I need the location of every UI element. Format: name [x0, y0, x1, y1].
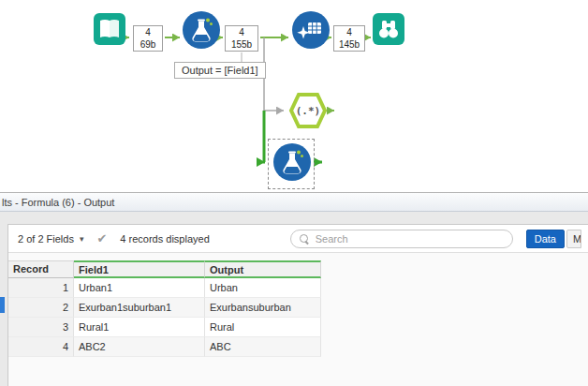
column-header-output[interactable]: Output — [205, 260, 321, 278]
tool-annotation[interactable]: Output = [Field1] — [174, 62, 266, 79]
search-box[interactable] — [290, 230, 513, 248]
badge-count: 4 — [136, 26, 160, 38]
formula-tool-2-selected[interactable] — [268, 139, 315, 189]
row-selection-indicator[interactable] — [0, 297, 5, 313]
apply-check-icon[interactable]: ✔ — [96, 231, 107, 245]
fields-dropdown[interactable]: 2 of 2 Fields ▾ — [18, 233, 83, 245]
field1-cell[interactable]: Urban1 — [74, 278, 205, 298]
flask-icon — [273, 143, 311, 181]
browse-tool[interactable] — [373, 13, 404, 45]
results-content: 2 of 2 Fields ▾ ✔ 4 records displayed Da… — [7, 224, 588, 386]
wire-formula-to-formula2-selected[interactable] — [264, 111, 265, 162]
results-grid: Record Field1 Output 1 Urban1 Urban 2 Ex… — [8, 260, 321, 357]
alteryx-window: 4 69b 4 155b Output = [Field1] — [0, 0, 588, 386]
output-cell[interactable]: Exurbansuburban — [205, 298, 321, 318]
field1-cell[interactable]: ABC2 — [74, 337, 205, 357]
table-row: 2 Exurban1suburban1 Exurbansuburban — [8, 298, 321, 318]
field1-cell[interactable]: Exurban1suburban1 — [74, 298, 205, 318]
badge-size: 145b — [336, 38, 362, 51]
field1-cell[interactable]: Rural1 — [74, 318, 205, 337]
results-toolbar: 2 of 2 Fields ▾ ✔ 4 records displayed Da… — [8, 225, 588, 253]
binoculars-icon — [373, 13, 404, 45]
table-row: 1 Urban1 Urban — [8, 278, 321, 298]
fields-dropdown-label: 2 of 2 Fields — [18, 233, 74, 245]
regex-tool[interactable]: (.*) — [288, 91, 328, 130]
record-number-cell[interactable]: 2 — [8, 298, 74, 318]
table-row: 3 Rural1 Rural — [8, 318, 321, 337]
search-input[interactable] — [316, 233, 505, 245]
record-count-badge-3[interactable]: 4 145b — [333, 25, 365, 52]
metadata-tab-button[interactable]: M — [566, 230, 581, 248]
regex-label: (.*) — [288, 91, 328, 130]
input-data-tool[interactable] — [94, 13, 125, 45]
output-cell[interactable]: Rural — [205, 318, 321, 337]
record-number-cell[interactable]: 1 — [8, 278, 74, 298]
badge-size: 155b — [228, 38, 256, 51]
results-panel-title: lts - Formula (6) - Output — [0, 192, 588, 212]
results-panel: lts - Formula (6) - Output 2 of 2 Fields… — [0, 192, 588, 386]
workflow-canvas[interactable]: 4 69b 4 155b Output = [Field1] — [0, 0, 588, 192]
record-count-badge-1[interactable]: 4 69b — [133, 25, 163, 52]
record-number-cell[interactable]: 3 — [8, 318, 74, 337]
badge-size: 69b — [136, 38, 160, 51]
table-star-tool[interactable] — [292, 11, 330, 49]
chevron-down-icon: ▾ — [80, 234, 84, 244]
badge-count: 4 — [228, 26, 256, 38]
formula-tool-1[interactable] — [183, 11, 220, 49]
output-cell[interactable]: Urban — [205, 278, 321, 298]
column-header-field1[interactable]: Field1 — [74, 260, 205, 278]
grid-header-row: Record Field1 Output — [8, 260, 321, 278]
flask-icon — [183, 11, 220, 49]
records-displayed-text: 4 records displayed — [120, 233, 209, 245]
column-header-record[interactable]: Record — [8, 260, 74, 278]
table-sparkle-icon — [292, 11, 330, 49]
search-icon — [299, 233, 310, 245]
data-tab-button[interactable]: Data — [526, 230, 565, 248]
output-cell[interactable]: ABC — [205, 337, 321, 357]
record-number-cell[interactable]: 4 — [8, 337, 74, 357]
badge-count: 4 — [336, 26, 362, 38]
table-row: 4 ABC2 ABC — [8, 337, 321, 357]
formula-tool-2[interactable] — [273, 143, 311, 181]
wire-formula-to-regex[interactable] — [264, 37, 284, 111]
book-icon — [94, 13, 125, 45]
record-count-badge-2[interactable]: 4 155b — [225, 25, 258, 52]
